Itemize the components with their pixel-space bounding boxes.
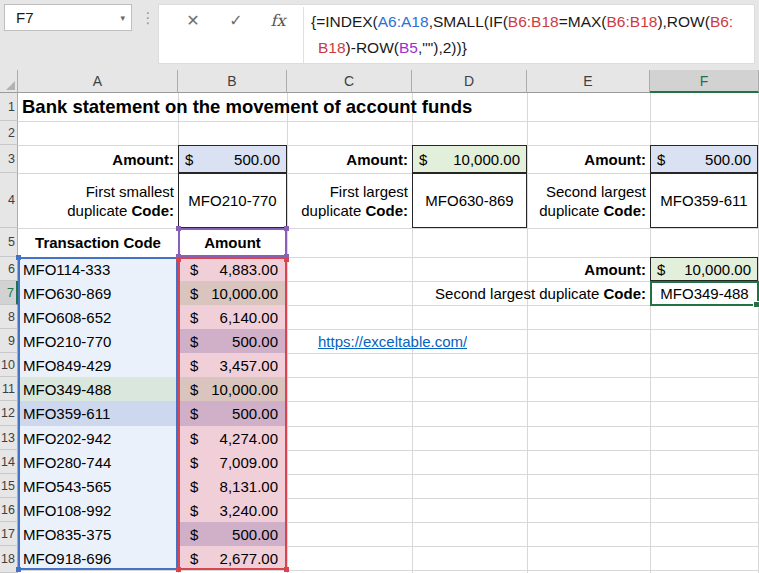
row-header-8[interactable]: 8 (0, 305, 18, 329)
active-cell-f7[interactable]: MFO349-488 (650, 281, 759, 306)
amount-value: 500.00 (234, 151, 280, 168)
row-header-6[interactable]: 6 (0, 257, 18, 281)
range-handle[interactable] (284, 567, 289, 572)
transaction-code-cell[interactable]: MFO108-992 (18, 498, 178, 522)
amount-header[interactable]: Amount (178, 228, 287, 257)
enter-icon[interactable]: ✓ (222, 6, 250, 34)
transaction-amount-cell[interactable]: $10,000.00 (178, 377, 287, 401)
name-box-cell-reference: F7 (16, 9, 34, 26)
range-handle[interactable] (176, 567, 181, 572)
currency-symbol: $ (190, 430, 198, 447)
range-handle[interactable] (176, 257, 181, 262)
smallest-amount-cell[interactable]: $500.00 (178, 145, 287, 173)
transaction-amount-cell[interactable]: $7,009.00 (178, 450, 287, 474)
row-header-5[interactable]: 5 (0, 228, 18, 257)
largest-amount-cell[interactable]: $10,000.00 (412, 145, 527, 173)
currency-symbol: $ (190, 285, 198, 302)
largest-amount-label[interactable]: Amount: (287, 145, 412, 173)
column-header-a[interactable]: A (18, 70, 178, 93)
select-all-triangle-icon (6, 81, 15, 90)
transaction-amount-cell[interactable]: $4,274.00 (178, 426, 287, 450)
transaction-code-cell[interactable]: MFO918-696 (18, 546, 178, 570)
second-largest-amount-label[interactable]: Amount: (527, 145, 650, 173)
second-largest-dup-code-label[interactable]: Second largest duplicate Code: (287, 281, 650, 305)
transaction-amount-cell[interactable]: $4,883.00 (178, 257, 287, 281)
transaction-amount-cell[interactable]: $10,000.00 (178, 281, 287, 305)
name-box-dropdown-icon[interactable]: ▾ (120, 13, 125, 23)
transaction-amount-cell[interactable]: $3,240.00 (178, 498, 287, 522)
amount-value: 10,000.00 (684, 261, 751, 278)
column-header-d[interactable]: D (412, 70, 527, 93)
sheet-title-cell[interactable]: Bank statement on the movement of accoun… (18, 93, 638, 121)
second-largest-dup-amount-label[interactable]: Amount: (527, 257, 650, 281)
row-header-14[interactable]: 14 (0, 450, 18, 474)
transaction-amount-cell[interactable]: $3,457.00 (178, 353, 287, 377)
transaction-code-cell[interactable]: MFO349-488 (18, 377, 178, 401)
column-header-e[interactable]: E (527, 70, 650, 93)
row-header-2[interactable]: 2 (0, 121, 18, 145)
transaction-code-cell[interactable]: MFO210-770 (18, 329, 178, 353)
name-box[interactable]: F7 ▾ (4, 4, 132, 31)
range-handle[interactable] (176, 226, 181, 231)
transaction-amount-cell[interactable]: $500.00 (178, 522, 287, 546)
second-largest-amount-cell[interactable]: $500.00 (650, 145, 758, 173)
fill-handle[interactable] (753, 301, 759, 308)
transaction-code-cell[interactable]: MFO543-565 (18, 474, 178, 498)
transaction-code-cell[interactable]: MFO280-744 (18, 450, 178, 474)
transaction-code-cell[interactable]: MFO359-611 (18, 401, 178, 426)
second-largest-code-cell[interactable]: MFO359-611 (650, 173, 758, 228)
range-handle[interactable] (16, 255, 21, 260)
transaction-amount-cell[interactable]: $8,131.00 (178, 474, 287, 498)
smallest-code-cell[interactable]: MFO210-770 (178, 173, 287, 228)
largest-code-label[interactable]: First largestduplicate Code: (287, 173, 412, 228)
exceltable-hyperlink[interactable]: https://exceltable.com/ (318, 329, 467, 353)
insert-function-icon[interactable]: fx (264, 6, 292, 34)
row-header-12[interactable]: 12 (0, 401, 18, 426)
second-largest-code-label[interactable]: Second largestduplicate Code: (527, 173, 650, 228)
amount-value: 10,000.00 (211, 381, 278, 398)
currency-symbol: $ (190, 478, 198, 495)
cancel-icon[interactable]: ✕ (179, 6, 207, 34)
row-header-1[interactable]: 1 (0, 93, 18, 121)
transaction-code-cell[interactable]: MFO630-869 (18, 281, 178, 305)
transaction-code-cell[interactable]: MFO849-429 (18, 353, 178, 377)
row-header-13[interactable]: 13 (0, 426, 18, 450)
row-header-17[interactable]: 17 (0, 522, 18, 546)
spreadsheet-grid: A B C D E F 1 2 3 4 5 6 7 8 9 10 11 12 1… (0, 70, 759, 573)
largest-code-cell[interactable]: MFO630-869 (412, 173, 527, 228)
excel-window: F7 ▾ ⋮ ✕ ✓ fx {=INDEX(A6:A18,SMALL(IF(B6… (0, 0, 759, 573)
row-header-10[interactable]: 10 (0, 353, 18, 377)
select-all-button[interactable] (0, 70, 18, 93)
row-header-7-selected[interactable]: 7 (0, 281, 18, 305)
transaction-code-header[interactable]: Transaction Code (18, 228, 178, 257)
transaction-amount-cell[interactable]: $500.00 (178, 401, 287, 426)
range-handle[interactable] (284, 226, 289, 231)
transaction-code-cell[interactable]: MFO202-942 (18, 426, 178, 450)
row-header-4[interactable]: 4 (0, 173, 18, 228)
currency-symbol: $ (657, 261, 665, 278)
column-header-c[interactable]: C (287, 70, 412, 93)
column-header-b[interactable]: B (178, 70, 287, 93)
transaction-amount-cell[interactable]: $6,140.00 (178, 305, 287, 329)
row-header-9[interactable]: 9 (0, 329, 18, 353)
amount-value: 8,131.00 (220, 478, 278, 495)
transaction-code-cell[interactable]: MFO608-652 (18, 305, 178, 329)
formula-line-1: {=INDEX(A6:A18,SMALL(IF(B6:B18=MAX(B6:B1… (311, 9, 752, 35)
column-header-f-selected[interactable]: F (650, 70, 759, 93)
formula-input[interactable]: {=INDEX(A6:A18,SMALL(IF(B6:B18=MAX(B6:B1… (311, 9, 752, 61)
amount-value: 3,457.00 (220, 357, 278, 374)
range-handle[interactable] (16, 567, 21, 572)
transaction-amount-cell[interactable]: $2,677.00 (178, 546, 287, 570)
row-header-11[interactable]: 11 (0, 377, 18, 401)
smallest-amount-label[interactable]: Amount: (18, 145, 178, 173)
transaction-code-cell[interactable]: MFO835-375 (18, 522, 178, 546)
row-header-16[interactable]: 16 (0, 498, 18, 522)
amount-value: 10,000.00 (453, 151, 520, 168)
row-header-3[interactable]: 3 (0, 145, 18, 173)
transaction-code-cell[interactable]: MFO114-333 (18, 257, 178, 281)
row-header-15[interactable]: 15 (0, 474, 18, 498)
second-largest-dup-amount-cell[interactable]: $10,000.00 (650, 257, 758, 281)
transaction-amount-cell[interactable]: $500.00 (178, 329, 287, 353)
smallest-code-label[interactable]: First smallestduplicate Code: (18, 173, 178, 228)
range-handle[interactable] (284, 257, 289, 262)
